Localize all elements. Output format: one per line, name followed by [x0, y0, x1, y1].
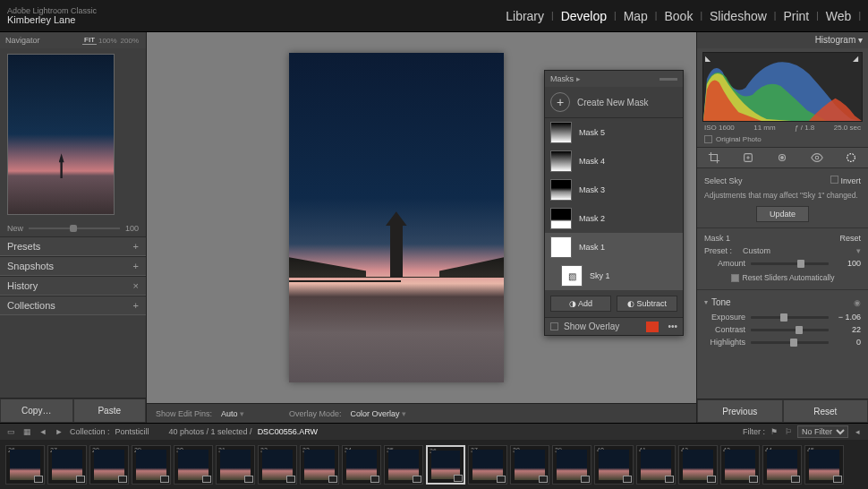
collection-name[interactable]: Pontsticill: [115, 427, 149, 436]
right-panel: Histogram ▾ ◣ ◢ ISO 1600 11 mm ƒ / 1.8 2…: [696, 32, 868, 423]
clip-shadow-icon[interactable]: ◣: [705, 55, 712, 62]
pins-label: Show Edit Pins:: [156, 409, 212, 418]
original-photo-checkbox[interactable]: [704, 135, 712, 143]
collection-label: Collection :: [70, 427, 110, 436]
mask-item[interactable]: Mask 3: [545, 176, 683, 204]
filmstrip-thumb[interactable]: 33: [300, 445, 339, 485]
module-print[interactable]: Print: [776, 9, 816, 23]
module-slideshow[interactable]: Slideshow: [702, 9, 774, 23]
create-mask-row[interactable]: + Create New Mask: [545, 87, 683, 118]
reset-auto-checkbox[interactable]: [731, 274, 739, 282]
filmstrip-thumb[interactable]: 44: [762, 445, 802, 485]
clip-highlight-icon[interactable]: ◢: [853, 55, 860, 62]
module-develop[interactable]: Develop: [554, 9, 614, 23]
filmstrip-thumb[interactable]: 42: [678, 445, 718, 485]
overlay-color-swatch[interactable]: [646, 322, 659, 332]
filmstrip-thumb[interactable]: 32: [258, 445, 297, 485]
filmstrip-thumb[interactable]: 43: [720, 445, 760, 485]
grid-icon[interactable]: ▦: [21, 426, 32, 437]
mask-add-button[interactable]: ◑ Add: [550, 296, 611, 312]
redeye-tool-icon[interactable]: [774, 150, 790, 166]
previous-button[interactable]: Previous: [697, 399, 783, 423]
copy-button[interactable]: Copy…: [0, 399, 73, 423]
filmstrip-thumb[interactable]: 41: [636, 445, 676, 485]
preset-dropdown[interactable]: Custom: [743, 246, 770, 255]
filmstrip-thumb[interactable]: 38: [510, 445, 549, 485]
eye-icon[interactable]: ◉: [854, 298, 861, 307]
mask-reset-link[interactable]: Reset: [839, 234, 861, 243]
module-map[interactable]: Map: [617, 9, 655, 23]
next-icon[interactable]: ►: [54, 426, 64, 437]
tool-strip: [697, 147, 868, 168]
filmstrip-thumb[interactable]: 26: [5, 445, 45, 485]
filmstrip-strip[interactable]: 2627282930313233343536373839404142434445: [0, 440, 868, 489]
prev-icon[interactable]: ◄: [38, 426, 48, 437]
section-snapshots[interactable]: Snapshots+: [0, 256, 146, 276]
histogram[interactable]: ◣ ◢: [702, 52, 863, 122]
invert-checkbox[interactable]: [830, 176, 838, 184]
module-web[interactable]: Web: [819, 9, 859, 23]
flag-reject-icon[interactable]: ⚐: [783, 426, 794, 437]
flag-pick-icon[interactable]: ⚑: [769, 426, 779, 437]
filter-dropdown[interactable]: No Filter: [797, 425, 848, 438]
navigator-preview[interactable]: [7, 54, 115, 215]
section-presets[interactable]: Presets+: [0, 236, 146, 256]
zoom-100[interactable]: 100%: [97, 37, 118, 45]
mask-sub-item[interactable]: ▧Sky 1: [545, 262, 683, 290]
paste-button[interactable]: Paste: [73, 399, 147, 423]
plus-icon[interactable]: +: [550, 92, 570, 112]
masks-panel-header[interactable]: Masks: [545, 71, 683, 87]
module-library[interactable]: Library: [498, 9, 551, 23]
exposure-slider[interactable]: Exposure− 1.06: [704, 311, 861, 323]
pins-dropdown[interactable]: Auto: [221, 409, 244, 418]
filmstrip-thumb[interactable]: 30: [174, 445, 213, 485]
filter-lock-icon[interactable]: ◂: [852, 426, 863, 437]
crop-tool-icon[interactable]: [706, 150, 722, 166]
histogram-header[interactable]: Histogram ▾: [697, 32, 868, 48]
heal-tool-icon[interactable]: [740, 150, 756, 166]
center-toolbar: Show Edit Pins: Auto Overlay Mode: Color…: [147, 403, 696, 423]
filmstrip-thumb[interactable]: 35: [384, 445, 423, 485]
module-book[interactable]: Book: [657, 9, 700, 23]
main-window-icon[interactable]: ▭: [5, 426, 16, 437]
mask-subtract-button[interactable]: ◐ Subtract: [617, 296, 677, 312]
masks-panel: Masks + Create New Mask Mask 5 Mask 4 Ma…: [544, 70, 684, 336]
contrast-slider[interactable]: Contrast22: [704, 323, 861, 336]
filmstrip-thumb[interactable]: 39: [552, 445, 591, 485]
filmstrip-thumb[interactable]: 29: [132, 445, 171, 485]
mask-item[interactable]: Mask 4: [545, 147, 683, 176]
mask-thumb-icon: [550, 122, 572, 143]
section-history[interactable]: History×: [0, 276, 146, 296]
photo-preview: [289, 53, 504, 382]
filmstrip-thumb[interactable]: 45: [804, 445, 844, 485]
drag-handle-icon[interactable]: [660, 78, 677, 81]
update-button[interactable]: Update: [756, 206, 809, 222]
tone-section-header[interactable]: Tone◉: [704, 294, 861, 311]
filmstrip-thumb[interactable]: 28: [89, 445, 129, 485]
zoom-200[interactable]: 200%: [119, 37, 140, 45]
overlay-mode-dropdown[interactable]: Color Overlay: [351, 409, 407, 418]
filmstrip-thumb[interactable]: 34: [342, 445, 381, 485]
filmstrip-thumb[interactable]: 27: [47, 445, 87, 485]
reset-button[interactable]: Reset: [783, 399, 869, 423]
amount-slider[interactable]: Amount 100: [704, 257, 861, 270]
mask-tool-icon[interactable]: [843, 150, 859, 166]
filmstrip-thumb[interactable]: 37: [468, 445, 507, 485]
preview-slider[interactable]: New 100: [0, 220, 146, 236]
filmstrip-thumb[interactable]: 40: [594, 445, 634, 485]
mask-item-selected[interactable]: Mask 1: [545, 233, 683, 262]
mask-name-label: Mask 1: [704, 234, 730, 243]
section-collections[interactable]: Collections+: [0, 296, 146, 315]
highlights-slider[interactable]: Highlights0: [704, 336, 861, 348]
mask-item[interactable]: Mask 2: [545, 204, 683, 233]
exif-focal: 11 mm: [753, 124, 775, 132]
eye-tool-icon[interactable]: [809, 150, 825, 166]
more-icon[interactable]: •••: [668, 322, 677, 331]
mask-item[interactable]: Mask 5: [545, 118, 683, 147]
zoom-fit[interactable]: FIT: [82, 36, 97, 45]
filmstrip-thumb[interactable]: 36: [426, 445, 465, 485]
filmstrip-thumb[interactable]: 31: [216, 445, 255, 485]
show-overlay-checkbox[interactable]: [550, 322, 558, 330]
reset-auto-label: Reset Sliders Automatically: [743, 273, 835, 282]
center-canvas-area: Masks + Create New Mask Mask 5 Mask 4 Ma…: [147, 32, 696, 423]
